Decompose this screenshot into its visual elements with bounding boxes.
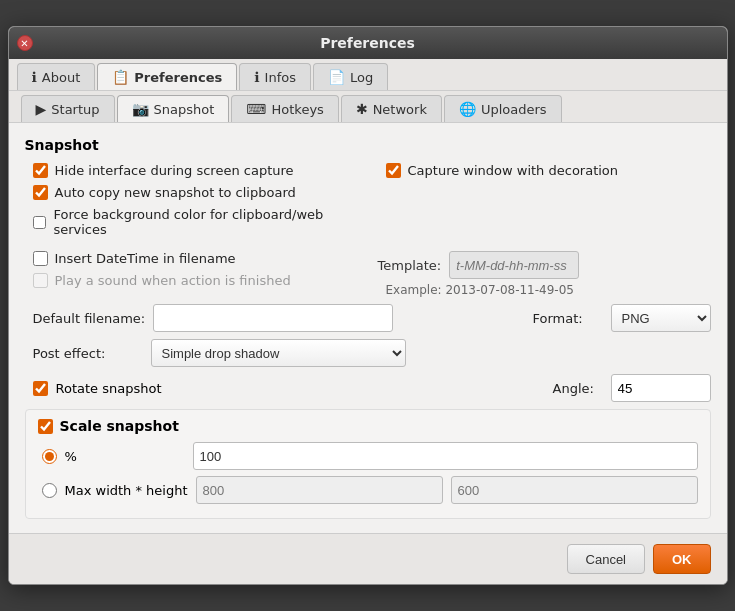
angle-input[interactable]	[611, 374, 711, 402]
tab-network-label: Network	[373, 102, 427, 117]
tab-hotkeys[interactable]: ⌨ Hotkeys	[231, 95, 339, 122]
scale-height-input[interactable]	[451, 476, 698, 504]
preferences-icon: 📋	[112, 69, 129, 85]
auto-copy-checkbox[interactable]	[33, 185, 48, 200]
scale-maxdim-row: Max width * height	[38, 476, 698, 504]
template-example: Example: 2013-07-08-11-49-05	[378, 283, 711, 297]
auto-copy-row: Auto copy new snapshot to clipboard	[25, 185, 358, 200]
network-icon: ✱	[356, 101, 368, 117]
post-effect-label: Post effect:	[33, 346, 143, 361]
scale-percent-input[interactable]	[193, 442, 698, 470]
format-label: Format:	[533, 311, 603, 326]
capture-window-label: Capture window with decoration	[408, 163, 619, 178]
cancel-button[interactable]: Cancel	[567, 544, 645, 574]
rotate-label: Rotate snapshot	[56, 381, 162, 396]
checkbox-capture-row: Hide interface during screen capture Aut…	[25, 163, 711, 244]
play-sound-row: Play a sound when action is finished	[25, 273, 358, 288]
scale-snapshot-label: Scale snapshot	[60, 418, 179, 434]
second-tabs: ▶ Startup 📷 Snapshot ⌨ Hotkeys ✱ Network…	[9, 91, 727, 123]
scale-width-input[interactable]	[196, 476, 443, 504]
default-filename-input[interactable]: snapshot	[153, 304, 393, 332]
rotate-angle-row: Rotate snapshot Angle:	[25, 374, 711, 402]
tab-uploaders[interactable]: 🌐 Uploaders	[444, 95, 562, 122]
main-content: Snapshot Hide interface during screen ca…	[9, 123, 727, 533]
play-sound-checkbox[interactable]	[33, 273, 48, 288]
tab-log[interactable]: 📄 Log	[313, 63, 388, 90]
titlebar: ✕ Preferences	[9, 27, 727, 59]
scale-percent-label: %	[65, 449, 185, 464]
force-bg-row: Force background color for clipboard/web…	[25, 207, 358, 237]
capture-window-row: Capture window with decoration	[378, 163, 711, 178]
insert-datetime-checkbox[interactable]	[33, 251, 48, 266]
tab-snapshot[interactable]: 📷 Snapshot	[117, 95, 230, 122]
insert-datetime-row: Insert DateTime in filename	[25, 251, 358, 266]
template-label: Template:	[378, 258, 442, 273]
play-sound-label: Play a sound when action is finished	[55, 273, 291, 288]
bottom-bar: Cancel OK	[9, 533, 727, 584]
filename-format-row: Default filename: snapshot Format: PNG J…	[25, 304, 711, 332]
snapshot-icon: 📷	[132, 101, 149, 117]
template-input[interactable]	[449, 251, 579, 279]
tab-infos[interactable]: ℹ️ Infos	[239, 63, 311, 90]
close-button[interactable]: ✕	[17, 35, 33, 51]
template-col: Template: Example: 2013-07-08-11-49-05	[358, 251, 711, 297]
log-icon: 📄	[328, 69, 345, 85]
hide-interface-row: Hide interface during screen capture	[25, 163, 358, 178]
scale-snapshot-checkbox[interactable]	[38, 419, 53, 434]
ok-button[interactable]: OK	[653, 544, 711, 574]
capture-window-checkbox[interactable]	[386, 163, 401, 178]
tab-about-label: About	[42, 70, 80, 85]
top-tabs: ℹ About 📋 Preferences ℹ️ Infos 📄 Log	[9, 59, 727, 91]
section-title: Snapshot	[25, 137, 711, 153]
tab-uploaders-label: Uploaders	[481, 102, 547, 117]
scale-maxdim-radio[interactable]	[42, 483, 57, 498]
scale-snapshot-section: Scale snapshot % Max width * height	[25, 409, 711, 519]
startup-icon: ▶	[36, 101, 47, 117]
tab-startup-label: Startup	[51, 102, 99, 117]
window-title: Preferences	[41, 35, 695, 51]
tab-log-label: Log	[350, 70, 373, 85]
tab-startup[interactable]: ▶ Startup	[21, 95, 115, 122]
post-effect-select[interactable]: None Simple drop shadow Border Blur	[151, 339, 406, 367]
scale-percent-radio[interactable]	[42, 449, 57, 464]
format-select[interactable]: PNG JPG BMP GIF	[611, 304, 711, 332]
tab-network[interactable]: ✱ Network	[341, 95, 442, 122]
datetime-template-row: Insert DateTime in filename Play a sound…	[25, 251, 711, 297]
auto-copy-label: Auto copy new snapshot to clipboard	[55, 185, 296, 200]
scale-percent-row: %	[38, 442, 698, 470]
tab-snapshot-label: Snapshot	[154, 102, 215, 117]
infos-icon: ℹ️	[254, 69, 259, 85]
tab-about[interactable]: ℹ About	[17, 63, 96, 90]
scale-maxdim-label: Max width * height	[65, 483, 188, 498]
insert-datetime-label: Insert DateTime in filename	[55, 251, 236, 266]
hide-interface-label: Hide interface during screen capture	[55, 163, 294, 178]
left-checkboxes: Hide interface during screen capture Aut…	[25, 163, 358, 244]
right-checkboxes: Capture window with decoration	[358, 163, 711, 185]
post-effect-row: Post effect: None Simple drop shadow Bor…	[25, 339, 711, 367]
angle-label: Angle:	[553, 381, 603, 396]
rotate-checkbox[interactable]	[33, 381, 48, 396]
scale-title-row: Scale snapshot	[38, 418, 698, 434]
uploaders-icon: 🌐	[459, 101, 476, 117]
preferences-window: ✕ Preferences ℹ About 📋 Preferences ℹ️ I…	[8, 26, 728, 585]
force-bg-label: Force background color for clipboard/web…	[53, 207, 357, 237]
tab-infos-label: Infos	[265, 70, 296, 85]
tab-preferences-label: Preferences	[134, 70, 222, 85]
tab-preferences[interactable]: 📋 Preferences	[97, 63, 237, 90]
datetime-col: Insert DateTime in filename Play a sound…	[25, 251, 358, 295]
default-filename-label: Default filename:	[33, 311, 146, 326]
force-bg-checkbox[interactable]	[33, 215, 47, 230]
tab-hotkeys-label: Hotkeys	[272, 102, 324, 117]
template-field-row: Template:	[378, 251, 711, 279]
hide-interface-checkbox[interactable]	[33, 163, 48, 178]
hotkeys-icon: ⌨	[246, 101, 266, 117]
about-icon: ℹ	[32, 69, 37, 85]
